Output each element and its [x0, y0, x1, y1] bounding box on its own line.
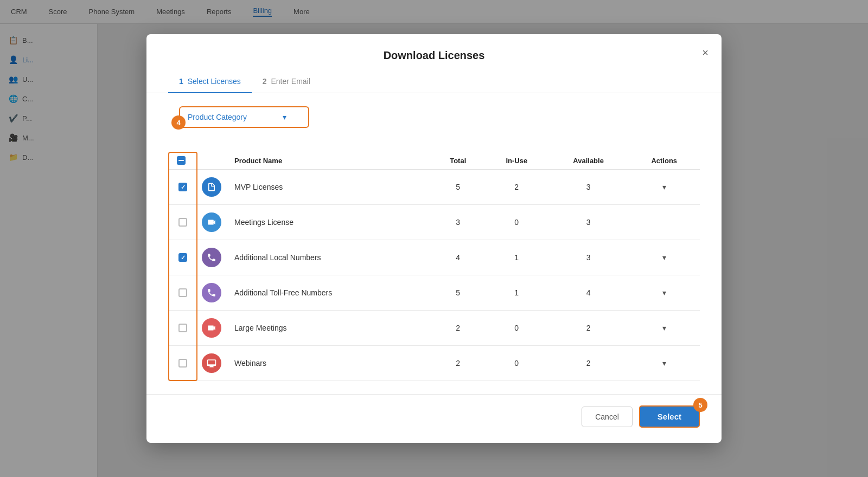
row-icon-cell-6 [195, 346, 228, 381]
select-all-checkbox[interactable] [177, 156, 186, 165]
row-inuse-5: 0 [485, 311, 548, 346]
checkbox-container-1 [177, 183, 189, 191]
modal-close-button[interactable]: × [702, 47, 709, 58]
modal-title: Download Licenses [384, 49, 485, 62]
row-checkbox-2[interactable] [178, 218, 187, 227]
tab-enter-email[interactable]: 2 Enter Email [252, 70, 321, 93]
select-all-bar [178, 160, 184, 161]
modal-header: Download Licenses × [146, 34, 722, 62]
row-actions-4: ▾ [629, 275, 700, 311]
action-chevron-4[interactable]: ▾ [662, 288, 666, 297]
row-checkbox-cell [168, 170, 195, 205]
checkbox-container-3 [177, 253, 189, 262]
action-chevron-6[interactable]: ▾ [662, 359, 666, 368]
checkbox-container-2 [177, 218, 189, 227]
tab-select-licenses[interactable]: 1 Select Licenses [168, 70, 252, 93]
table-row: Additional Toll-Free Numbers 5 1 4 ▾ [168, 275, 700, 311]
row-checkbox-cell [168, 240, 195, 275]
row-actions-3: ▾ [629, 240, 700, 275]
modal-footer: Cancel Select 5 [146, 394, 722, 443]
row-available-2: 3 [548, 205, 629, 240]
row-product-name-2: Meetings License [228, 205, 431, 240]
select-button-wrapper: Select 5 [639, 405, 700, 428]
table-row: Webinars 2 0 2 ▾ [168, 346, 700, 381]
row-icon-cell-2 [195, 205, 228, 240]
th-total: Total [431, 152, 485, 170]
th-checkbox [168, 152, 195, 170]
product-icon-2 [202, 212, 221, 232]
product-icon-1 [202, 177, 221, 197]
cancel-button[interactable]: Cancel [582, 407, 633, 427]
row-available-5: 2 [548, 311, 629, 346]
action-chevron-1[interactable]: ▾ [662, 183, 666, 191]
modal-tabs: 1 Select Licenses 2 Enter Email [146, 70, 722, 93]
row-available-1: 3 [548, 170, 629, 205]
row-checkbox-3[interactable] [178, 253, 187, 262]
badge-5: 5 [693, 398, 707, 412]
row-checkbox-cell [168, 275, 195, 311]
select-button[interactable]: Select [639, 405, 700, 428]
th-actions: Actions [629, 152, 700, 170]
row-actions-5: ▾ [629, 311, 700, 346]
license-table: Product Name Total In-Use Available Acti… [168, 152, 700, 381]
tab-label-2: Enter Email [271, 77, 310, 86]
modal-body: 4 Product Category ▾ Product Category [146, 93, 722, 394]
row-checkbox-5[interactable] [178, 324, 187, 332]
row-product-name-5: Large Meetings [228, 311, 431, 346]
th-in-use: In-Use [485, 152, 548, 170]
row-available-3: 3 [548, 240, 629, 275]
row-inuse-4: 1 [485, 275, 548, 311]
action-chevron-5[interactable]: ▾ [662, 324, 666, 332]
row-actions-2 [629, 205, 700, 240]
checkbox-container-5 [177, 324, 189, 332]
row-actions-1: ▾ [629, 170, 700, 205]
row-icon-cell-5 [195, 311, 228, 346]
row-product-name-4: Additional Toll-Free Numbers [228, 275, 431, 311]
row-checkbox-4[interactable] [178, 288, 187, 297]
row-product-name-6: Webinars [228, 346, 431, 381]
row-total-1: 5 [431, 170, 485, 205]
modal-overlay: Download Licenses × 1 Select Licenses 2 … [0, 0, 868, 477]
row-checkbox-1[interactable] [178, 183, 187, 191]
tab-label-1: Select Licenses [188, 77, 241, 86]
table-wrapper: Product Name Total In-Use Available Acti… [168, 152, 700, 381]
row-checkbox-cell [168, 346, 195, 381]
product-icon-6 [202, 353, 221, 373]
row-available-6: 2 [548, 346, 629, 381]
product-icon-5 [202, 318, 221, 338]
product-icon-4 [202, 283, 221, 302]
row-actions-6: ▾ [629, 346, 700, 381]
th-icon [195, 152, 228, 170]
row-checkbox-cell [168, 205, 195, 240]
category-dropdown-wrapper: Product Category ▾ Product Category [179, 106, 309, 128]
row-inuse-1: 2 [485, 170, 548, 205]
th-available: Available [548, 152, 629, 170]
badge-4: 4 [171, 115, 186, 130]
row-product-name-1: MVP Licenses [228, 170, 431, 205]
row-available-4: 4 [548, 275, 629, 311]
row-total-3: 4 [431, 240, 485, 275]
row-checkbox-cell [168, 311, 195, 346]
row-inuse-2: 0 [485, 205, 548, 240]
tab-number-2: 2 [263, 77, 267, 86]
row-checkbox-6[interactable] [178, 359, 187, 368]
row-inuse-6: 0 [485, 346, 548, 381]
row-product-name-3: Additional Local Numbers [228, 240, 431, 275]
table-row: Additional Local Numbers 4 1 3 ▾ [168, 240, 700, 275]
row-total-2: 3 [431, 205, 485, 240]
row-total-4: 5 [431, 275, 485, 311]
row-total-6: 2 [431, 346, 485, 381]
table-row: MVP Licenses 5 2 3 ▾ [168, 170, 700, 205]
th-product-name: Product Name [228, 152, 431, 170]
modal-container: Download Licenses × 1 Select Licenses 2 … [146, 34, 722, 443]
checkbox-container-4 [177, 288, 189, 297]
table-row: Meetings License 3 0 3 [168, 205, 700, 240]
tab-number-1: 1 [179, 77, 183, 86]
row-icon-cell-4 [195, 275, 228, 311]
action-chevron-3[interactable]: ▾ [662, 253, 666, 262]
row-total-5: 2 [431, 311, 485, 346]
row-inuse-3: 1 [485, 240, 548, 275]
product-icon-3 [202, 248, 221, 267]
category-dropdown[interactable]: Product Category ▾ Product Category [179, 106, 309, 128]
row-icon-cell-3 [195, 240, 228, 275]
